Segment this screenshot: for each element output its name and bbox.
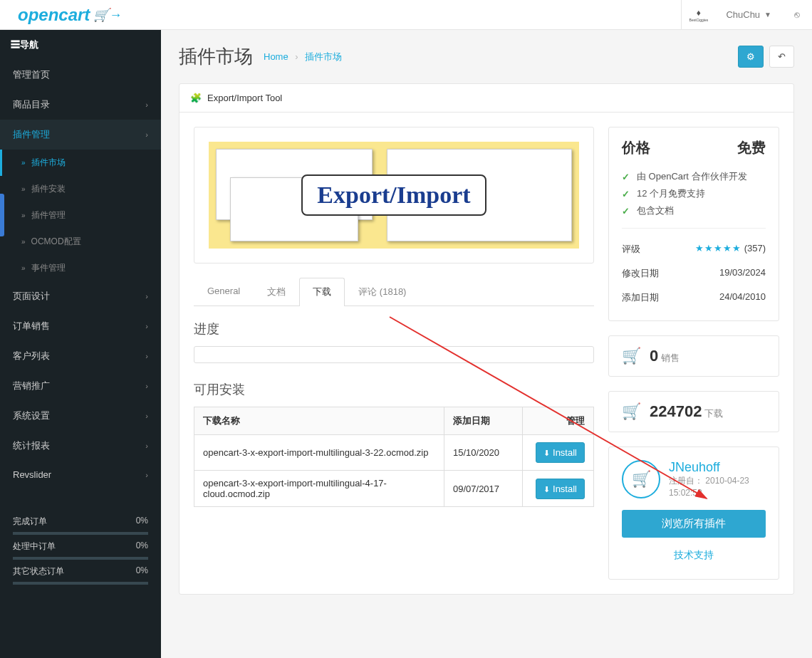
file-date: 09/07/2017 <box>444 471 523 507</box>
rating-row: 评级 ★★★★★ (357) <box>622 237 766 261</box>
nav-header: ☰导航 <box>0 30 161 60</box>
chevron-right-icon: › <box>145 322 148 330</box>
feature-docs: ✓ 包含文档 <box>622 202 766 219</box>
nav-catalog[interactable]: 商品目录 › <box>0 90 161 120</box>
tab-comments[interactable]: 评论 (1818) <box>345 278 420 306</box>
subnav-installer[interactable]: » 插件安装 <box>0 176 161 202</box>
author-panel: 🛒 JNeuhoff 注册自： 2010-04-23 15:02:53 <box>608 446 779 580</box>
tab-download[interactable]: 下载 <box>299 278 345 306</box>
sidebar: ☰导航 管理首页 商品目录 › 插件管理 › » 插件市场 » 插件安装 » 插… <box>0 30 161 658</box>
extension-panel: 🧩 Export/Import Tool Export/Import Ge <box>179 83 794 595</box>
check-icon: ✓ <box>622 189 630 199</box>
subnav-ocmod[interactable]: » OCMOD配置 <box>0 229 161 255</box>
panel-heading: 🧩 Export/Import Tool <box>179 84 793 113</box>
file-name: opencart-3-x-export-import-multilingual-… <box>194 471 444 507</box>
check-icon: ✓ <box>622 172 630 182</box>
subnav-marketplace[interactable]: » 插件市场 <box>0 150 161 176</box>
sales-panel: 🛒 0 销售 <box>608 335 779 377</box>
feature-support: ✓ 12 个月免费支持 <box>622 185 766 202</box>
chevron-icon: » <box>21 264 26 272</box>
back-arrow-icon: ↶ <box>778 51 786 62</box>
added-row: 添加日期 24/04/2010 <box>622 286 766 310</box>
page-title: 插件市场 <box>179 44 253 69</box>
settings-button[interactable]: ⚙ <box>738 46 764 68</box>
tab-docs[interactable]: 文档 <box>254 278 299 306</box>
chevron-icon: » <box>21 159 26 167</box>
table-row: opencart-3-x-export-import-multilingual-… <box>194 435 594 471</box>
brand-text: BestCiggies <box>689 18 709 22</box>
downloads-count: 224702 <box>650 402 702 420</box>
stat-other-orders: 其它状态订单 0% <box>13 560 148 585</box>
chevron-right-icon: › <box>145 100 148 109</box>
back-button[interactable]: ↶ <box>769 46 794 68</box>
subnav-events[interactable]: » 事件管理 <box>0 255 161 281</box>
cart-icon: 🛒 <box>632 470 651 489</box>
star-rating-icon: ★★★★★ <box>695 243 741 254</box>
available-heading: 可用安装 <box>194 381 594 398</box>
gear-icon: ⚙ <box>746 51 755 62</box>
chevron-icon: » <box>21 238 26 246</box>
nav-system[interactable]: 系统设置 › <box>0 401 161 431</box>
browse-all-button[interactable]: 浏览所有插件 <box>622 510 766 538</box>
chevron-right-icon: › <box>145 130 148 139</box>
chevron-right-icon: › <box>145 292 148 301</box>
chevron-right-icon: › <box>145 471 148 479</box>
author-avatar: 🛒 <box>622 460 660 498</box>
logo-text: opencart <box>18 5 90 25</box>
puzzle-icon: 🧩 <box>190 93 202 103</box>
subnav-manage[interactable]: » 插件管理 <box>0 202 161 229</box>
price-label: 价格 <box>622 138 650 157</box>
check-icon: ✓ <box>622 206 630 216</box>
sidebar-handle[interactable] <box>0 194 4 236</box>
modified-row: 修改日期 19/03/2024 <box>622 261 766 286</box>
nav-customers[interactable]: 客户列表 › <box>0 341 161 371</box>
author-name[interactable]: JNeuhoff <box>669 460 749 475</box>
top-bar: opencart 🛒→ ♦ BestCiggies ChuChu ▼ ⎋ <box>0 0 812 30</box>
th-name: 下载名称 <box>194 407 444 435</box>
th-date: 添加日期 <box>444 407 523 435</box>
file-date: 15/10/2020 <box>444 435 523 471</box>
install-button[interactable]: ⬇Install <box>536 479 585 499</box>
nav-reports[interactable]: 统计报表 › <box>0 431 161 461</box>
breadcrumb: Home › 插件市场 <box>264 51 342 63</box>
nav-sales[interactable]: 订单销售 › <box>0 311 161 341</box>
hero-image: Export/Import <box>194 127 594 263</box>
progress-heading: 进度 <box>194 320 594 338</box>
caret-down-icon: ▼ <box>764 11 771 19</box>
nav-marketing[interactable]: 营销推广 › <box>0 371 161 401</box>
downloads-table: 下载名称 添加日期 管理 opencart-3-x-export-import-… <box>194 407 594 507</box>
price-value: 免费 <box>737 138 766 157</box>
tab-general[interactable]: General <box>194 278 254 306</box>
breadcrumb-current[interactable]: 插件市场 <box>305 51 342 62</box>
breadcrumb-home[interactable]: Home <box>264 51 288 62</box>
feature-partner: ✓ 由 OpenCart 合作伙伴开发 <box>622 168 766 185</box>
author-registered: 注册自： 2010-04-23 15:02:53 <box>669 475 749 499</box>
chevron-right-icon: › <box>145 412 148 420</box>
progress-bar <box>194 346 594 363</box>
download-icon: ⬇ <box>543 485 550 494</box>
chevron-icon: » <box>21 185 26 193</box>
nav-extensions-submenu: » 插件市场 » 插件安装 » 插件管理 » OCMOD配置 » 事件管理 <box>0 150 161 281</box>
chevron-right-icon: › <box>145 382 148 390</box>
rating-count: (357) <box>744 243 766 254</box>
logo[interactable]: opencart 🛒→ <box>0 5 122 25</box>
cart-icon: 🛒→ <box>93 7 122 23</box>
support-link[interactable]: 技术支持 <box>622 545 766 566</box>
nav-extensions[interactable]: 插件管理 › <box>0 120 161 150</box>
nav-revslider[interactable]: Revslider › <box>0 461 161 489</box>
sidebar-stats: 完成订单 0% 处理中订单 0% 其它状态订单 0% <box>0 510 161 585</box>
brand-badge[interactable]: ♦ BestCiggies <box>681 0 715 30</box>
cart-icon: 🛒 <box>622 402 641 421</box>
sales-count: 0 <box>650 347 658 365</box>
price-panel: 价格 免费 ✓ 由 OpenCart 合作伙伴开发 ✓ 12 个月免费支持 <box>608 127 779 321</box>
user-menu[interactable]: ChuChu ▼ <box>715 0 782 30</box>
table-row: opencart-3-x-export-import-multilingual-… <box>194 471 594 507</box>
page-header: 插件市场 Home › 插件市场 ⚙ ↶ <box>179 44 794 69</box>
stat-processing-orders: 处理中订单 0% <box>13 535 148 560</box>
user-name: ChuChu <box>726 9 760 20</box>
nav-dashboard[interactable]: 管理首页 <box>0 60 161 90</box>
install-button[interactable]: ⬇Install <box>536 442 585 463</box>
panel-heading-text: Export/Import Tool <box>207 93 282 103</box>
logout-button[interactable]: ⎋ <box>782 0 812 30</box>
nav-design[interactable]: 页面设计 › <box>0 281 161 311</box>
